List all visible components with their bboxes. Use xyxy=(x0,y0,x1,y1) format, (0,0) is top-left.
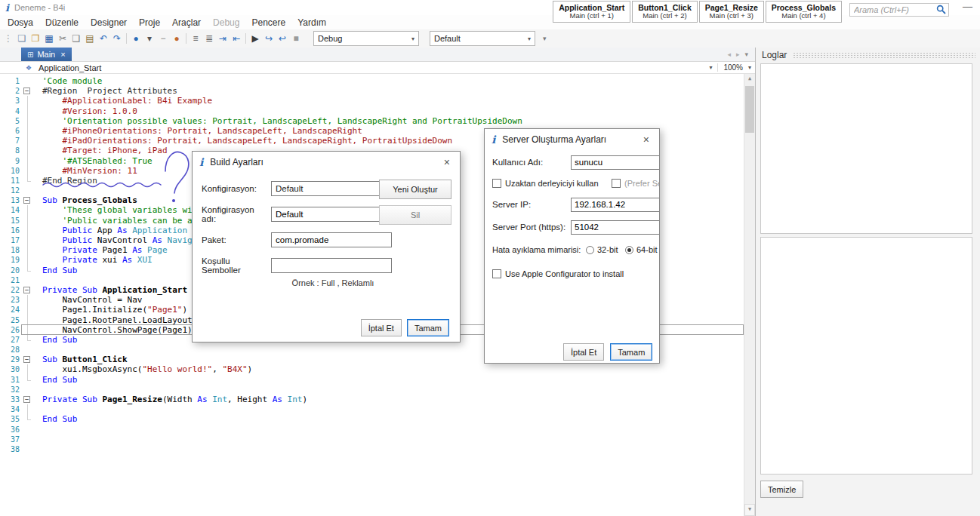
close-icon[interactable]: × xyxy=(441,156,453,168)
code-line-37[interactable]: 37 xyxy=(0,435,755,444)
comment-icon[interactable]: ≡ xyxy=(189,30,202,47)
code-line-30[interactable]: 30 xui.MsgboxAsync("Hello world!", "B4X"… xyxy=(0,364,755,374)
code-nav-bar[interactable]: ❖ Application_Start ▾ 100% ▾ xyxy=(0,62,755,74)
run-icon[interactable]: ▶ xyxy=(248,30,262,47)
tab-nav-back-icon[interactable]: ◂ xyxy=(727,51,731,58)
log-output-top[interactable] xyxy=(760,63,972,234)
server-dialog-titlebar[interactable]: i Server Oluşturma Ayarları × xyxy=(485,129,659,150)
toolbar-overflow-icon[interactable]: ▾ xyxy=(543,35,547,42)
server-ok-button[interactable]: Tamam xyxy=(610,343,652,361)
minimize-button[interactable]: — xyxy=(963,1,972,12)
log-output-bottom[interactable] xyxy=(760,237,972,475)
paste-icon[interactable]: ▤ xyxy=(83,30,97,47)
menu-item-3[interactable]: Proje xyxy=(133,16,166,29)
collapse-region-icon[interactable]: − xyxy=(23,88,30,94)
collapse-region-icon[interactable]: − xyxy=(23,287,30,293)
save-icon[interactable]: ▦ xyxy=(42,30,56,47)
build-config-combo[interactable]: Debug ▾ xyxy=(313,31,419,46)
username-input[interactable] xyxy=(571,155,660,170)
new-config-button[interactable]: Yeni Oluştur xyxy=(379,180,451,199)
code-line-31[interactable]: 31End Sub xyxy=(0,375,755,385)
compile-options-icon[interactable]: ▾ xyxy=(143,30,156,47)
search-input[interactable] xyxy=(849,3,949,17)
code-line-36[interactable]: 36 xyxy=(0,425,755,435)
prefer-second-checkbox[interactable] xyxy=(612,179,621,188)
arch-64bit-option[interactable]: 64-bit xyxy=(625,245,658,254)
step-over-icon[interactable]: ↪ xyxy=(262,30,276,47)
code-line-33[interactable]: 33−Private Sub Page1_Resize(Width As Int… xyxy=(0,395,755,404)
fold-toggle-icon[interactable]: − xyxy=(21,355,33,364)
fold-toggle-icon[interactable]: − xyxy=(21,285,33,295)
jump-button-application_start[interactable]: Application_StartMain (ctrl + 1) xyxy=(553,1,630,23)
config-combo[interactable]: Default ▾ xyxy=(271,181,392,196)
stop-icon[interactable]: ■ xyxy=(289,30,303,47)
config-name-input[interactable] xyxy=(271,207,392,222)
tab-list-icon[interactable]: ▾ xyxy=(744,51,748,58)
code-line-3[interactable]: 3 #ApplicationLabel: B4i Example xyxy=(0,96,755,106)
jump-button-process_globals[interactable]: Process_GlobalsMain (ctrl + 4) xyxy=(766,1,842,23)
connect-device-icon[interactable]: ● xyxy=(170,30,183,47)
menu-item-6[interactable]: Pencere xyxy=(245,16,291,29)
collapse-region-icon[interactable]: − xyxy=(23,396,30,403)
code-line-2[interactable]: 2−#Region Project Attributes xyxy=(0,86,755,96)
radio-32bit[interactable] xyxy=(586,246,594,254)
server-cancel-button[interactable]: İptal Et xyxy=(563,343,604,361)
radio-64bit[interactable] xyxy=(625,246,633,254)
build-cancel-button[interactable]: İptal Et xyxy=(361,319,402,336)
symbols-input[interactable] xyxy=(271,258,392,273)
close-icon[interactable]: × xyxy=(640,134,652,146)
package-input[interactable] xyxy=(271,232,392,247)
jump-button-button1_click[interactable]: Button1_ClickMain (ctrl + 2) xyxy=(632,1,698,23)
profile-combo[interactable]: Default ▾ xyxy=(430,31,535,46)
build-dialog-titlebar[interactable]: i Build Ayarları × xyxy=(193,152,460,173)
redo-icon[interactable]: ↷ xyxy=(110,30,124,47)
remote-compiler-checkbox[interactable] xyxy=(492,179,501,188)
jump-button-page1_resize[interactable]: Page1_ResizeMain (ctrl + 3) xyxy=(699,1,764,23)
apple-configurator-checkbox[interactable] xyxy=(492,269,501,278)
new-project-icon[interactable]: ❏ xyxy=(15,30,29,47)
copy-icon[interactable]: ❑ xyxy=(69,30,83,47)
server-ip-input[interactable] xyxy=(571,198,660,212)
dash-icon[interactable]: − xyxy=(156,30,170,47)
code-line-35[interactable]: 35End Sub xyxy=(0,414,755,424)
collapse-region-icon[interactable]: − xyxy=(23,356,30,363)
fold-toggle-icon[interactable]: − xyxy=(21,86,33,96)
cut-icon[interactable]: ✂ xyxy=(56,30,69,47)
clear-logs-button[interactable]: Temizle xyxy=(760,481,803,498)
arch-32bit-option[interactable]: 32-bit xyxy=(586,245,618,254)
undo-icon[interactable]: ↶ xyxy=(97,30,110,47)
menu-item-0[interactable]: Dosya xyxy=(2,16,39,29)
tab-nav-forward-icon[interactable]: ▸ xyxy=(736,51,740,58)
uncomment-icon[interactable]: ≣ xyxy=(202,30,216,47)
zoom-level[interactable]: 100% xyxy=(723,63,743,72)
indent-icon[interactable]: ⇥ xyxy=(216,30,230,47)
code-line-1[interactable]: 1'Code module xyxy=(0,76,755,86)
code-line-34[interactable]: 34 xyxy=(0,404,755,414)
menu-item-4[interactable]: Araçlar xyxy=(166,16,207,29)
scrollbar-thumb[interactable] xyxy=(745,86,754,133)
step-into-icon[interactable]: ↩ xyxy=(276,30,289,47)
outdent-icon[interactable]: ⇤ xyxy=(230,30,243,47)
menu-item-1[interactable]: Düzenle xyxy=(39,16,85,29)
open-project-icon[interactable]: ❐ xyxy=(29,30,42,47)
fold-toggle-icon[interactable]: − xyxy=(21,395,33,404)
code-line-32[interactable]: 32 xyxy=(0,385,755,395)
chevron-down-icon[interactable]: ▾ xyxy=(709,64,712,71)
editor-scrollbar[interactable]: ▲ ▼ xyxy=(744,74,755,516)
zoom-chevron-icon[interactable]: ▾ xyxy=(748,64,751,71)
delete-config-button[interactable]: Sil xyxy=(379,205,451,225)
toolbar-grip-icon[interactable]: ⋮ xyxy=(2,30,15,47)
scroll-down-icon[interactable]: ▼ xyxy=(744,504,755,516)
fold-toggle-icon[interactable]: − xyxy=(21,195,33,205)
tab-main[interactable]: ⊞ Main × xyxy=(21,48,72,61)
menu-item-7[interactable]: Yardım xyxy=(291,16,332,29)
server-port-input[interactable] xyxy=(571,220,660,235)
collapse-region-icon[interactable]: − xyxy=(23,197,30,204)
scroll-up-icon[interactable]: ▲ xyxy=(744,74,755,84)
compile-icon[interactable]: ● xyxy=(129,30,143,47)
build-ok-button[interactable]: Tamam xyxy=(407,319,449,336)
menu-item-2[interactable]: Designer xyxy=(85,16,133,29)
code-line-5[interactable]: 5 'Orientation possible values: Portrait… xyxy=(0,116,755,126)
code-line-4[interactable]: 4 #Version: 1.0.0 xyxy=(0,106,755,116)
code-line-38[interactable]: 38 xyxy=(0,444,755,454)
